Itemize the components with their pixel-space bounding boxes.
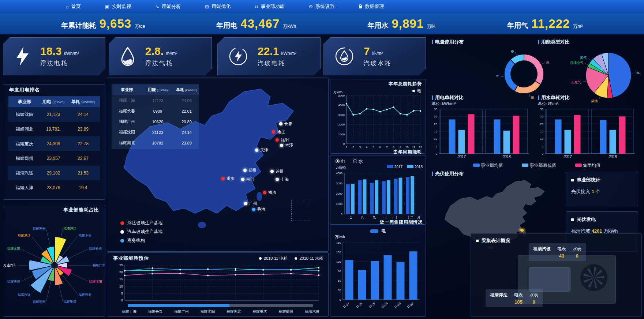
nav-label: 实时监视: [112, 3, 131, 10]
svg-text:0: 0: [343, 142, 345, 146]
marker-label: 长春: [284, 121, 292, 127]
map-marker-white[interactable]: 本溪: [280, 143, 293, 148]
svg-text:11-26: 11-26: [355, 302, 363, 309]
map-marker-white[interactable]: 苏州: [270, 169, 284, 174]
svg-text:3000: 3000: [336, 182, 342, 185]
marker-dot-icon: [280, 144, 283, 147]
week-legend[interactable]: 电: [370, 228, 386, 234]
forecast-datazoom-slider[interactable]: [128, 304, 313, 307]
nav-item-optimize[interactable]: ⊞用能优化: [205, 3, 231, 10]
svg-text:福耀郑州: 福耀郑州: [33, 300, 46, 304]
ranking-rows: 福耀沈阳21,12324.14福耀湖北18,782,23.89福耀重庆24,30…: [8, 107, 100, 195]
pv-site-marker[interactable]: [520, 229, 524, 232]
svg-text:万达汽车: 万达汽车: [3, 263, 16, 267]
map-marker-blue[interactable]: 香港: [252, 207, 265, 212]
ranking-row: 福耀郑州23,05722.67: [8, 151, 100, 166]
radio-water[interactable]: 水: [353, 158, 363, 165]
forecast-x-label: 福耀上海: [122, 309, 136, 314]
nav-item-analysis[interactable]: ∿用能分析: [155, 3, 181, 10]
unit-water-bar-chart[interactable]: 05101520253020172018: [536, 106, 638, 161]
svg-text:25: 25: [119, 263, 123, 267]
map-marker-white[interactable]: 上海: [276, 177, 289, 182]
nav-label: 用能分析: [162, 3, 181, 10]
marker-dot-icon: [243, 169, 247, 172]
marker-label: 福清: [268, 190, 276, 195]
map-marker-red[interactable]: 通辽: [272, 129, 285, 135]
svg-text:天然气: 天然气: [571, 80, 581, 84]
legend-item-water[interactable]: 2018-11 水耗: [295, 256, 323, 261]
legend-group-avg[interactable]: 集团均值: [575, 162, 600, 169]
legend-division-avg[interactable]: 事业部均值: [473, 162, 503, 169]
svg-text:1: 1: [346, 146, 348, 149]
trend-line-chart[interactable]: 010002000300040005000123456789101112万kwh: [333, 90, 424, 150]
map-marker-white[interactable]: 广州: [244, 201, 257, 206]
legend-division-min[interactable]: 事业部最低值: [522, 162, 556, 169]
svg-text:25: 25: [434, 115, 437, 118]
map-marker-red[interactable]: 重庆: [221, 176, 235, 181]
marker-dot-icon: [263, 191, 266, 194]
map-marker-white[interactable]: 荆门: [241, 177, 254, 182]
svg-text:15: 15: [119, 277, 123, 281]
lastyear-legend[interactable]: 2017 2018: [387, 165, 423, 169]
dot-icon: [259, 257, 262, 260]
svg-text:0: 0: [341, 213, 343, 216]
svg-text:7: 7: [386, 146, 388, 149]
kpi-label: 浮法电耗: [40, 60, 79, 67]
svg-text:七: 七: [348, 215, 352, 219]
settings-icon: ⚙: [309, 4, 313, 10]
unit-elec-bar-chart[interactable]: 05101520253020172018: [430, 106, 532, 161]
stat-value: 43,467: [240, 17, 280, 31]
map-panel: 事业部 用能 (万kWh) 单耗 (kWh/m²) 福耀上海1712324.06…: [107, 78, 329, 252]
svg-text:福耀湖北: 福耀湖北: [78, 293, 91, 297]
analysis-icon: ∿: [155, 4, 159, 10]
map-marker-red[interactable]: 沈阳: [276, 137, 289, 143]
svg-text:2000: 2000: [338, 123, 345, 126]
rose-title: 事业部能耗占比: [63, 207, 99, 213]
kpi-unit: 吨/m²: [372, 51, 383, 56]
unit-charts-legend[interactable]: 事业部均值 事业部最低值 集团均值: [430, 162, 644, 169]
marker-dot-icon: [241, 178, 244, 181]
division-energy-rose-chart[interactable]: 福清浮法福耀上海福耀长春福耀广州福耀沈阳福耀湖北福耀重庆福耀郑州福清汽玻福耀天津…: [3, 214, 105, 314]
forecast-line-chart[interactable]: 0510152025: [110, 262, 324, 303]
svg-text:180: 180: [336, 241, 341, 244]
nav-item-division[interactable]: ⠿事业部功能: [255, 3, 285, 10]
legend-2018[interactable]: 2018: [407, 165, 423, 169]
meters-panel: 采集表计概况 福清汽玻 电表 水表 43 0 福清浮法 电表 水表 105 0: [471, 233, 642, 317]
nav-item-settings[interactable]: ⚙系统设置: [309, 3, 335, 10]
radio-elec[interactable]: 电: [336, 158, 345, 165]
svg-text:0: 0: [121, 299, 123, 302]
week-title: 近一周集团用能情况: [380, 219, 423, 225]
energy-type-pie-chart[interactable]: 电柴油天然气压缩空气氮气: [566, 42, 644, 107]
nav-item-monitor[interactable]: ▣实时监视: [105, 3, 131, 10]
nav-item-data[interactable]: 数据管理: [359, 3, 384, 10]
map-marker-white[interactable]: 天津: [255, 147, 268, 153]
svg-text:5: 5: [121, 292, 123, 295]
pv-title: 光伏使用分布: [432, 170, 464, 177]
marker-dot-icon: [255, 149, 258, 152]
svg-text:4: 4: [366, 146, 368, 149]
map-marker-red[interactable]: 福清: [263, 190, 276, 195]
map-marker-white[interactable]: 长春: [279, 121, 292, 127]
svg-text:3: 3: [359, 146, 361, 149]
week-y-unit: 万kwh: [335, 234, 345, 240]
forecast-x-label: 福耀湖北: [226, 309, 241, 314]
monitor-icon: ▣: [105, 4, 109, 10]
marker-dot-icon: [252, 208, 255, 211]
nav-label: 事业部功能: [261, 3, 285, 10]
svg-text:压缩空气: 压缩空气: [570, 61, 583, 65]
stat-water: 年用水9,891万吨: [367, 17, 436, 31]
ranking-header-division: 事业部: [8, 99, 41, 105]
legend-item-elec[interactable]: 2018-11 电耗: [259, 256, 288, 261]
svg-text:2018: 2018: [502, 155, 511, 159]
week-bar-chart[interactable]: 030609012015018011-2711-2611-2511-2411-2…: [333, 240, 423, 311]
nav-item-home[interactable]: ⌂首页: [66, 3, 81, 10]
forecast-legend[interactable]: 2018-11 电耗 2018-11 水耗: [259, 256, 323, 261]
svg-text:十二: 十二: [407, 215, 413, 219]
marker-dot-icon: [276, 138, 279, 142]
lastyear-bar-chart[interactable]: 01000200030004000七八九十十一十二月: [333, 171, 423, 221]
map-overlay-table: 事业部 用能 (万kWh) 单耗 (kWh/m²) 福耀上海1712324.06…: [112, 84, 199, 149]
legend-2017[interactable]: 2017: [387, 165, 402, 169]
map-marker-white[interactable]: 郑州: [243, 168, 257, 173]
marker-dot-icon: [276, 178, 279, 181]
forecast-x-label: 福清汽玻: [305, 309, 319, 314]
